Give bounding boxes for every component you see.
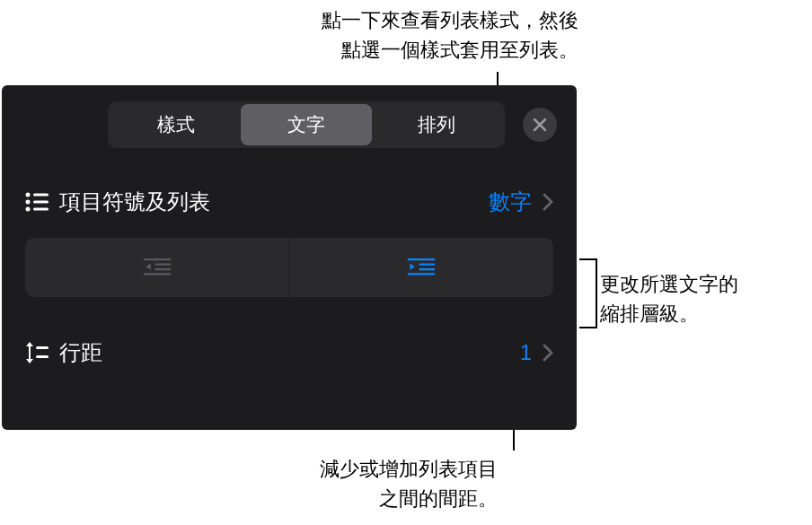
bullets-lists-value: 數字 bbox=[489, 188, 532, 216]
tab-arrange[interactable]: 排列 bbox=[372, 104, 502, 145]
tab-label: 文字 bbox=[287, 114, 325, 135]
format-panel: 樣式 文字 排列 項目符號及列表 bbox=[2, 85, 577, 430]
svg-rect-16 bbox=[29, 346, 31, 360]
svg-point-0 bbox=[26, 193, 31, 197]
callout-indent-level: 更改所選文字的 縮排層級。 bbox=[600, 269, 738, 328]
callout-line bbox=[579, 258, 597, 328]
svg-rect-1 bbox=[33, 194, 49, 197]
svg-rect-14 bbox=[36, 346, 49, 349]
callout-line-spacing: 減少或增加列表項目 之間的間距。 bbox=[0, 454, 498, 513]
line-spacing-row[interactable]: 行距 1 bbox=[2, 320, 577, 385]
indent-button[interactable] bbox=[290, 238, 554, 297]
tab-label: 樣式 bbox=[157, 114, 195, 135]
svg-rect-5 bbox=[33, 208, 49, 211]
callout-text: 之間的間距。 bbox=[379, 487, 498, 510]
callout-list-style: 點一下來查看列表樣式，然後 點選一個樣式套用至列表。 bbox=[0, 5, 578, 65]
tab-style[interactable]: 樣式 bbox=[110, 104, 241, 145]
svg-rect-7 bbox=[154, 263, 171, 265]
callout-text: 點一下來查看列表樣式，然後 bbox=[322, 9, 578, 31]
svg-point-4 bbox=[26, 207, 31, 212]
chevron-right-icon bbox=[543, 344, 553, 362]
svg-rect-12 bbox=[419, 268, 436, 270]
line-spacing-icon bbox=[25, 341, 59, 364]
close-icon bbox=[533, 118, 547, 132]
outdent-button[interactable] bbox=[25, 238, 290, 297]
tab-text[interactable]: 文字 bbox=[241, 104, 371, 145]
chevron-right-icon bbox=[543, 193, 553, 211]
line-spacing-label: 行距 bbox=[59, 338, 520, 367]
callout-text: 減少或增加列表項目 bbox=[320, 458, 498, 480]
outdent-icon bbox=[140, 255, 174, 280]
callout-text: 點選一個樣式套用至列表。 bbox=[341, 39, 578, 61]
indent-icon bbox=[404, 255, 438, 280]
svg-rect-13 bbox=[408, 273, 436, 275]
tab-segmented-control: 樣式 文字 排列 bbox=[108, 101, 505, 148]
tab-label: 排列 bbox=[418, 114, 455, 135]
svg-point-2 bbox=[26, 200, 31, 205]
svg-rect-15 bbox=[36, 355, 49, 358]
svg-rect-9 bbox=[143, 273, 171, 275]
svg-rect-8 bbox=[154, 268, 171, 270]
tab-row: 樣式 文字 排列 bbox=[2, 85, 577, 170]
svg-rect-10 bbox=[408, 258, 436, 260]
close-button[interactable] bbox=[523, 108, 557, 142]
svg-rect-3 bbox=[33, 201, 49, 204]
indent-control-row bbox=[2, 234, 577, 320]
list-icon bbox=[25, 192, 59, 212]
bullets-lists-row[interactable]: 項目符號及列表 數字 bbox=[2, 170, 577, 234]
bullets-lists-label: 項目符號及列表 bbox=[59, 188, 489, 216]
line-spacing-value: 1 bbox=[520, 340, 532, 365]
svg-rect-6 bbox=[143, 258, 171, 260]
svg-rect-11 bbox=[419, 263, 436, 265]
callout-text: 縮排層級。 bbox=[600, 302, 699, 325]
callout-text: 更改所選文字的 bbox=[600, 273, 738, 295]
indent-control bbox=[25, 238, 553, 297]
